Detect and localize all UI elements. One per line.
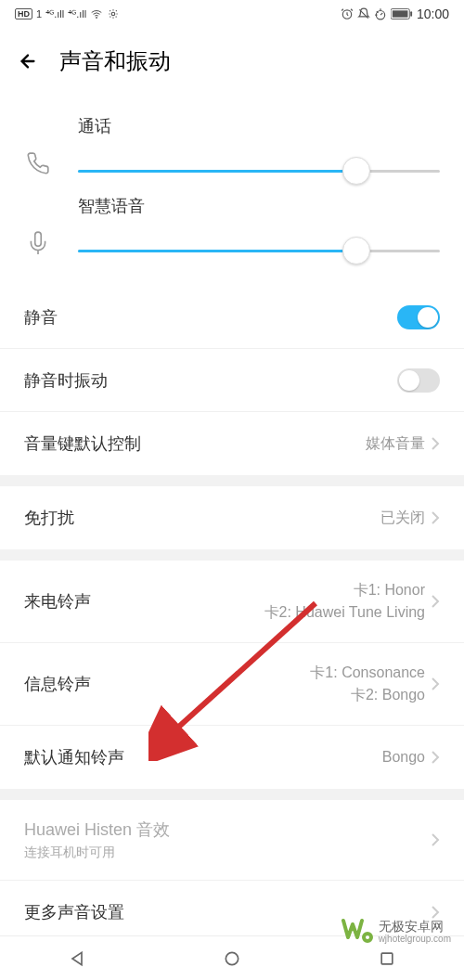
voice-volume-slider[interactable] (78, 234, 440, 267)
call-volume-row: 通话 (24, 115, 440, 187)
call-ring-value-2: 卡2: Huawei Tune Living (264, 601, 425, 624)
mute-toggle[interactable] (397, 305, 440, 329)
chevron-right-icon (431, 751, 440, 764)
notif-ring-value: Bongo (382, 749, 425, 766)
dnd-value: 已关闭 (380, 509, 425, 528)
dnd-row[interactable]: 免打扰 已关闭 (0, 486, 464, 549)
header: 声音和振动 (0, 28, 464, 98)
volume-sliders-section: 通话 智慧语音 (0, 98, 464, 286)
more-sound-label: 更多声音设置 (24, 901, 124, 923)
call-volume-label: 通话 (78, 115, 440, 137)
clock-text: 10:00 (417, 6, 449, 21)
dnd-section: 免打扰 已关闭 (0, 486, 464, 549)
status-bar: HD 1 ⁴ᴳ.ıll ⁴ᴳ.ıll 10:00 (0, 0, 464, 28)
call-ring-label: 来电铃声 (24, 590, 91, 612)
histen-row: Huawei Histen 音效 连接耳机时可用 (0, 800, 464, 881)
vibrate-on-mute-row[interactable]: 静音时振动 (0, 349, 464, 412)
call-ring-row[interactable]: 来电铃声 卡1: Honor 卡2: Huawei Tune Living (0, 561, 464, 643)
msg-ring-value-2: 卡2: Bongo (310, 684, 425, 706)
notif-ring-label: 默认通知铃声 (24, 746, 124, 768)
watermark-url: wjhotelgroup.com (379, 934, 451, 944)
msg-ring-value-1: 卡1: Consonance (310, 662, 425, 684)
histen-sub: 连接耳机时可用 (24, 845, 170, 861)
voice-volume-row: 智慧语音 (24, 195, 440, 267)
chevron-right-icon (431, 437, 440, 450)
back-button[interactable] (15, 48, 41, 74)
svg-point-0 (97, 18, 97, 19)
speed-icon (374, 7, 387, 20)
chevron-right-icon (431, 595, 440, 608)
status-left: HD 1 ⁴ᴳ.ıll ⁴ᴳ.ıll (15, 7, 120, 20)
nav-back-button[interactable] (58, 940, 96, 977)
net-icon-1: ⁴ᴳ.ıll (45, 8, 64, 20)
volume-key-row[interactable]: 音量键默认控制 媒体音量 (0, 412, 464, 475)
voice-volume-label: 智慧语音 (78, 195, 440, 217)
svg-rect-9 (381, 953, 393, 964)
svg-point-1 (111, 12, 115, 16)
battery-icon (391, 8, 413, 19)
histen-label: Huawei Histen 音效 (24, 819, 170, 841)
mute-section: 静音 静音时振动 音量键默认控制 媒体音量 (0, 286, 464, 475)
mic-icon (24, 229, 52, 257)
ringtones-section: 来电铃声 卡1: Honor 卡2: Huawei Tune Living 信息… (0, 561, 464, 789)
mute-label: 静音 (24, 306, 58, 329)
watermark-text: 无极安卓网 (379, 920, 451, 934)
dnd-label: 免打扰 (24, 507, 74, 529)
hd-icon: HD (15, 8, 32, 19)
watermark-logo-icon (342, 917, 373, 947)
chevron-right-icon (431, 511, 440, 524)
volume-key-value: 媒体音量 (366, 434, 425, 454)
svg-rect-5 (410, 11, 412, 17)
call-volume-slider[interactable] (78, 154, 440, 187)
nav-home-button[interactable] (213, 940, 251, 977)
alarm-icon (341, 7, 354, 20)
call-ring-value-1: 卡1: Honor (264, 579, 425, 601)
watermark: 无极安卓网 wjhotelgroup.com (342, 917, 451, 947)
notif-ring-row[interactable]: 默认通知铃声 Bongo (0, 726, 464, 789)
msg-ring-label: 信息铃声 (24, 673, 91, 695)
chevron-right-icon (431, 833, 440, 846)
net-icon-2: ⁴ᴳ.ıll (68, 8, 86, 20)
mute-row[interactable]: 静音 (0, 286, 464, 349)
phone-icon (24, 149, 52, 177)
svg-rect-4 (393, 10, 408, 17)
sim-icon: 1 (36, 8, 42, 19)
volume-key-label: 音量键默认控制 (24, 432, 141, 455)
msg-ring-row[interactable]: 信息铃声 卡1: Consonance 卡2: Bongo (0, 643, 464, 726)
wifi-icon (90, 8, 103, 19)
vibrate-on-mute-label: 静音时振动 (24, 369, 108, 392)
more-section: Huawei Histen 音效 连接耳机时可用 更多声音设置 (0, 800, 464, 935)
svg-point-8 (226, 952, 238, 964)
eye-comfort-icon (107, 7, 120, 20)
status-right: 10:00 (341, 6, 449, 21)
chevron-right-icon (431, 677, 440, 690)
page-title: 声音和振动 (59, 46, 171, 76)
dnd-icon (357, 7, 370, 20)
vibrate-on-mute-toggle[interactable] (397, 368, 440, 393)
